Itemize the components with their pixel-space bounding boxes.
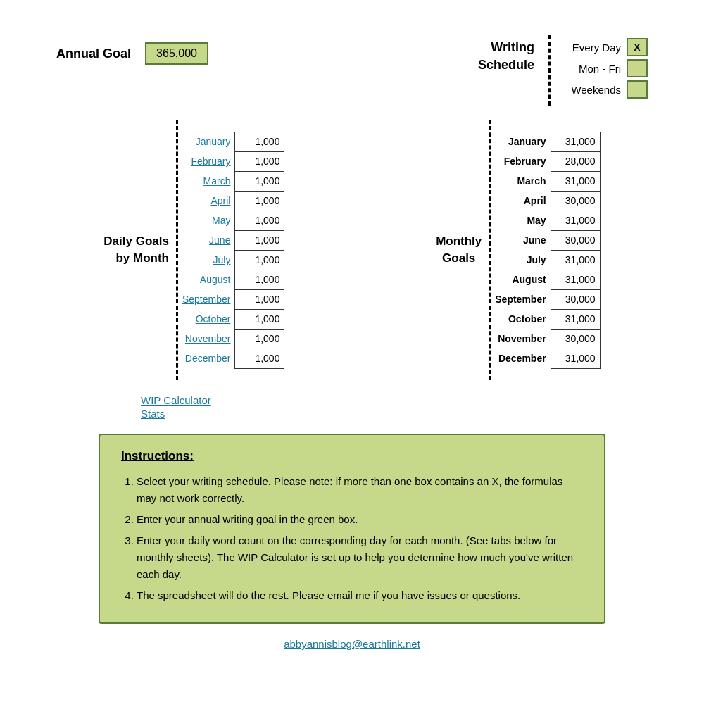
top-section: Annual Goal 365,000 Writing Schedule Eve… xyxy=(56,35,648,106)
daily-value-cell[interactable]: 1,000 xyxy=(235,191,284,211)
month-name-link[interactable]: February xyxy=(191,156,230,167)
writing-schedule-area: Writing Schedule Every Day X Mon - Fri W… xyxy=(478,35,648,106)
monthly-value-cell[interactable]: 31,000 xyxy=(551,211,600,230)
monthly-goals-row: January 31,000 xyxy=(491,132,600,151)
month-name-cell: November xyxy=(491,329,551,349)
month-name: October xyxy=(508,313,546,325)
schedule-box-monfri[interactable] xyxy=(627,59,648,77)
month-name-cell: March xyxy=(491,171,551,191)
month-name: December xyxy=(498,353,546,364)
daily-goals-row: November 1,000 xyxy=(178,329,284,349)
daily-goals-row: June 1,000 xyxy=(178,230,284,250)
monthly-goals-row: October 31,000 xyxy=(491,309,600,329)
monthly-value-cell[interactable]: 31,000 xyxy=(551,250,600,270)
middle-section: Daily Goals by Month January 1,000 Febru… xyxy=(28,120,676,380)
month-name: August xyxy=(512,274,546,285)
month-name-link[interactable]: January xyxy=(196,136,231,147)
schedule-box-weekends[interactable] xyxy=(627,80,648,99)
monthly-value-cell[interactable]: 31,000 xyxy=(551,132,600,151)
instructions-list: Select your writing schedule. Please not… xyxy=(121,473,583,604)
wip-calculator-link[interactable]: WIP Calculator xyxy=(141,394,690,406)
month-name-link[interactable]: September xyxy=(182,294,230,305)
month-name-cell: December xyxy=(178,349,235,368)
daily-value-cell[interactable]: 1,000 xyxy=(235,329,284,349)
monthly-value-cell[interactable]: 30,000 xyxy=(551,191,600,211)
month-name-link[interactable]: July xyxy=(213,254,231,265)
annual-goal-area: Annual Goal 365,000 xyxy=(56,42,208,65)
daily-goals-row: January 1,000 xyxy=(178,132,284,151)
daily-goals-container: Daily Goals by Month January 1,000 Febru… xyxy=(103,120,284,380)
month-name-cell: May xyxy=(178,211,235,230)
month-name-cell: May xyxy=(491,211,551,230)
month-name-cell: July xyxy=(178,250,235,270)
daily-goals-table: January 1,000 February 1,000 March 1,000… xyxy=(178,132,284,369)
monthly-value-cell[interactable]: 30,000 xyxy=(551,230,600,250)
month-name-cell: July xyxy=(491,250,551,270)
links-section: WIP Calculator Stats xyxy=(141,394,690,420)
month-name: May xyxy=(527,215,546,226)
daily-goals-row: February 1,000 xyxy=(178,151,284,171)
daily-value-cell[interactable]: 1,000 xyxy=(235,211,284,230)
month-name-cell: September xyxy=(178,289,235,309)
schedule-options: Every Day X Mon - Fri Weekends xyxy=(565,38,648,99)
month-name-link[interactable]: October xyxy=(196,313,231,325)
daily-value-cell[interactable]: 1,000 xyxy=(235,151,284,171)
daily-value-cell[interactable]: 1,000 xyxy=(235,349,284,368)
daily-value-cell[interactable]: 1,000 xyxy=(235,289,284,309)
daily-value-cell[interactable]: 1,000 xyxy=(235,250,284,270)
monthly-value-cell[interactable]: 31,000 xyxy=(551,270,600,289)
monthly-goals-row: March 31,000 xyxy=(491,171,600,191)
monthly-goals-row: December 31,000 xyxy=(491,349,600,368)
schedule-label-monfri: Mon - Fri xyxy=(565,63,621,75)
month-name-link[interactable]: November xyxy=(185,333,231,344)
month-name-cell: October xyxy=(491,309,551,329)
month-name: July xyxy=(527,254,546,265)
schedule-row-monfri: Mon - Fri xyxy=(565,59,648,77)
daily-goals-row: October 1,000 xyxy=(178,309,284,329)
monthly-goals-row: September 30,000 xyxy=(491,289,600,309)
month-name: April xyxy=(524,195,546,206)
daily-goals-row: December 1,000 xyxy=(178,349,284,368)
month-name-cell: March xyxy=(178,171,235,191)
daily-goals-row: May 1,000 xyxy=(178,211,284,230)
monthly-value-cell[interactable]: 31,000 xyxy=(551,309,600,329)
email-link[interactable]: abbyannisblog@earthlink.net xyxy=(284,638,420,650)
month-name-cell: September xyxy=(491,289,551,309)
schedule-label-everyday: Every Day xyxy=(565,42,621,54)
month-name-cell: January xyxy=(491,132,551,151)
month-name-cell: August xyxy=(178,270,235,289)
monthly-goals-row: November 30,000 xyxy=(491,329,600,349)
stats-link[interactable]: Stats xyxy=(141,408,690,420)
month-name-link[interactable]: April xyxy=(210,195,230,206)
schedule-row-everyday: Every Day X xyxy=(565,38,648,56)
month-name-link[interactable]: June xyxy=(209,234,230,246)
daily-value-cell[interactable]: 1,000 xyxy=(235,230,284,250)
daily-value-cell[interactable]: 1,000 xyxy=(235,309,284,329)
month-name: September xyxy=(495,294,546,305)
schedule-row-weekends: Weekends xyxy=(565,80,648,99)
schedule-box-everyday[interactable]: X xyxy=(627,38,648,56)
month-name-link[interactable]: May xyxy=(212,215,230,226)
monthly-value-cell[interactable]: 30,000 xyxy=(551,289,600,309)
daily-value-cell[interactable]: 1,000 xyxy=(235,270,284,289)
month-name-link[interactable]: March xyxy=(203,175,231,187)
annual-goal-input[interactable]: 365,000 xyxy=(145,42,208,65)
month-name-cell: February xyxy=(491,151,551,171)
monthly-goals-row: August 31,000 xyxy=(491,270,600,289)
month-name-link[interactable]: December xyxy=(185,353,231,364)
month-name: January xyxy=(508,136,546,147)
instruction-item: Enter your daily word count on the corre… xyxy=(137,532,583,583)
month-name-cell: April xyxy=(178,191,235,211)
daily-value-cell[interactable]: 1,000 xyxy=(235,132,284,151)
month-name: February xyxy=(504,156,546,167)
daily-value-cell[interactable]: 1,000 xyxy=(235,171,284,191)
monthly-value-cell[interactable]: 28,000 xyxy=(551,151,600,171)
monthly-value-cell[interactable]: 31,000 xyxy=(551,349,600,368)
month-name-link[interactable]: August xyxy=(200,274,231,285)
monthly-goals-row: February 28,000 xyxy=(491,151,600,171)
monthly-value-cell[interactable]: 31,000 xyxy=(551,171,600,191)
monthly-value-cell[interactable]: 30,000 xyxy=(551,329,600,349)
daily-goals-row: August 1,000 xyxy=(178,270,284,289)
month-name-cell: June xyxy=(178,230,235,250)
month-name-cell: December xyxy=(491,349,551,368)
